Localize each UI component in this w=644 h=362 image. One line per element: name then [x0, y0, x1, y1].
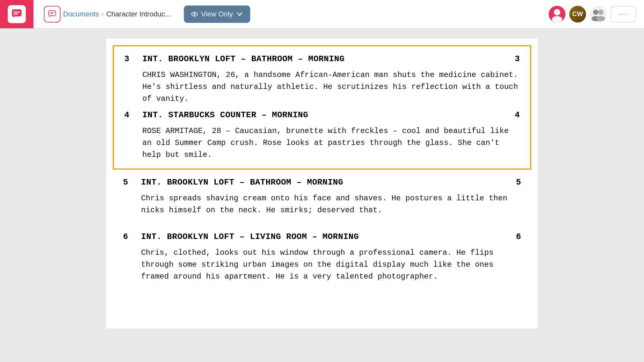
eye-icon [191, 11, 198, 18]
scene-6-header: 6 INT. BROOKLYN LOFT – LIVING ROOM – MOR… [123, 232, 521, 242]
collaborator-avatar[interactable]: CW [569, 6, 586, 23]
chevron-down-icon [236, 11, 243, 18]
scene-5-number-right: 5 [508, 177, 521, 187]
scene-4-body: ROSE ARMITAGE, 28 – Caucasian, brunette … [124, 125, 520, 161]
chat-bubble-icon [48, 10, 57, 19]
chat-icon [11, 8, 23, 20]
scene-4-title: INT. STARBUCKS COUNTER – MORNING [137, 110, 507, 120]
scene-6-title: INT. BROOKLYN LOFT – LIVING ROOM – MORNI… [136, 232, 508, 242]
svg-rect-2 [14, 14, 18, 14]
scene-5-header: 5 INT. BROOKLYN LOFT – BATHROOM – MORNIN… [123, 177, 521, 187]
topbar: Documents › Character Introduc... View O… [0, 0, 644, 28]
logo-box[interactable] [0, 0, 33, 28]
scene-3-number-right: 3 [507, 54, 520, 64]
topbar-right: CW ··· [549, 6, 636, 23]
scene-3-title: INT. BROOKLYN LOFT – BATHROOM – MORNING [137, 54, 507, 64]
highlighted-scenes-box: 3 INT. BROOKLYN LOFT – BATHROOM – MORNIN… [113, 45, 531, 170]
svg-point-10 [593, 10, 598, 15]
script-page: 3 INT. BROOKLYN LOFT – BATHROOM – MORNIN… [106, 39, 538, 329]
breadcrumb: Documents › Character Introduc... [63, 10, 171, 18]
add-people-button[interactable] [590, 6, 607, 23]
current-user-avatar[interactable] [549, 6, 565, 23]
scene-5-title: INT. BROOKLYN LOFT – BATHROOM – MORNING [136, 177, 508, 187]
scene-3-header: 3 INT. BROOKLYN LOFT – BATHROOM – MORNIN… [124, 54, 520, 64]
scene-5: 5 INT. BROOKLYN LOFT – BATHROOM – MORNIN… [113, 170, 531, 224]
svg-point-13 [597, 16, 605, 21]
svg-point-12 [598, 10, 603, 15]
scene-4: 4 INT. STARBUCKS COUNTER – MORNING 4 ROS… [124, 110, 520, 161]
svg-rect-1 [14, 12, 20, 13]
svg-point-9 [552, 16, 562, 23]
scene-5-body: Chris spreads shaving cream onto his fac… [123, 192, 521, 216]
svg-point-8 [554, 9, 560, 15]
scene-4-number-left: 4 [124, 110, 137, 120]
scene-3-body: CHRIS WASHINGTON, 26, a handsome African… [124, 69, 520, 105]
scene-6: 6 INT. BROOKLYN LOFT – LIVING ROOM – MOR… [113, 224, 531, 291]
scene-3: 3 INT. BROOKLYN LOFT – BATHROOM – MORNIN… [124, 54, 520, 105]
main-content: 3 INT. BROOKLYN LOFT – BATHROOM – MORNIN… [0, 28, 644, 362]
scene-4-number-right: 4 [507, 110, 520, 120]
scene-6-body: Chris, clothed, looks out his window thr… [123, 247, 521, 283]
scene-6-number-right: 6 [508, 232, 521, 242]
scene-3-number-left: 3 [124, 54, 137, 64]
svg-rect-0 [12, 9, 22, 16]
view-only-button[interactable]: View Only [184, 5, 251, 23]
scene-5-number-left: 5 [123, 177, 136, 187]
nav-area: Documents › Character Introduc... View O… [44, 5, 549, 23]
nav-doc-button[interactable] [44, 6, 61, 23]
scene-divider-1 [124, 105, 520, 110]
view-only-label: View Only [201, 10, 233, 18]
scene-6-number-left: 6 [123, 232, 136, 242]
more-options-button[interactable]: ··· [611, 6, 636, 23]
user-avatar-icon [549, 6, 565, 23]
svg-point-7 [194, 13, 195, 15]
breadcrumb-current: Character Introduc... [106, 10, 171, 18]
breadcrumb-documents[interactable]: Documents [63, 10, 99, 18]
people-icon [590, 6, 607, 23]
scene-4-header: 4 INT. STARBUCKS COUNTER – MORNING 4 [124, 110, 520, 120]
breadcrumb-separator: › [101, 10, 104, 18]
logo-icon [8, 5, 26, 23]
svg-rect-3 [49, 11, 56, 16]
